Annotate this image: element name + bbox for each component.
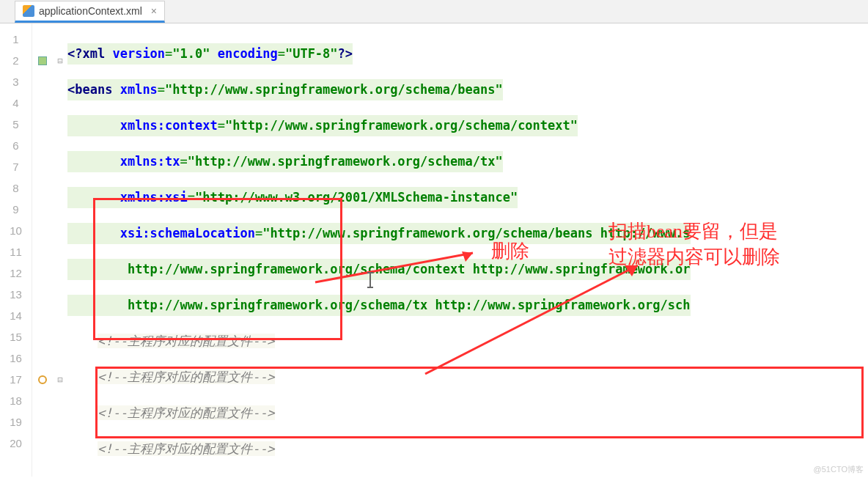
tab-title: applicationContext.xml: [39, 5, 142, 17]
line-numbers: 1234 5678 9101112 13141516 17181920: [0, 23, 32, 477]
watermark: @51CTO博客: [814, 464, 864, 475]
scan-icon: [38, 375, 47, 384]
fold-icon[interactable]: ⊟: [53, 369, 67, 390]
text-cursor: [369, 273, 371, 287]
xml-file-icon: [23, 5, 34, 17]
gutter-marks: [32, 23, 53, 477]
code-editor[interactable]: 1234 5678 9101112 13141516 17181920 ⊟ ⊟ …: [0, 23, 868, 477]
fold-gutter: ⊟ ⊟: [53, 23, 67, 477]
tab-bar: applicationContext.xml ×: [0, 0, 868, 23]
bean-icon: [38, 56, 47, 65]
close-icon[interactable]: ×: [151, 5, 157, 17]
file-tab[interactable]: applicationContext.xml ×: [15, 1, 165, 23]
code-area[interactable]: <?xml version="1.0" encoding="UTF-8"?> <…: [67, 23, 868, 477]
fold-icon[interactable]: ⊟: [53, 50, 67, 71]
